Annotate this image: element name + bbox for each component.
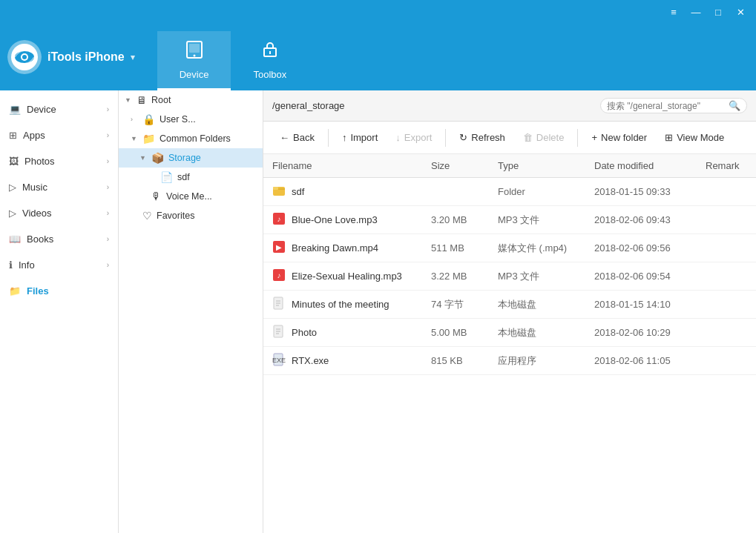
voice-icon: 🎙 (151, 191, 162, 202)
file-date: 2018-02-06 09:56 (585, 234, 697, 262)
maximize-button[interactable]: □ (709, 4, 728, 19)
photos-icon: 🖼 (9, 156, 19, 167)
device-tab-label: Device (180, 69, 209, 80)
users-arrow: › (131, 116, 138, 123)
view-mode-label: View Mode (677, 132, 724, 143)
sidebar-item-videos[interactable]: ▷ Videos › (0, 200, 118, 226)
sidebar-item-device[interactable]: 💻 Device › (0, 96, 118, 122)
sidebar-item-music[interactable]: ▷ Music › (0, 174, 118, 200)
delete-icon: 🗑 (523, 132, 533, 143)
tree-item-sdf[interactable]: 📄 sdf (119, 168, 263, 187)
common-folders-label: Common Folders (160, 133, 231, 144)
file-name-text: Elize-Sexual Healing.mp3 (292, 271, 402, 282)
search-input[interactable] (607, 101, 726, 111)
device-arrow: › (107, 105, 109, 113)
favorites-label: Favorites (157, 211, 194, 221)
app-title-arrow: ▾ (131, 53, 135, 62)
file-date: 2018-02-06 09:43 (585, 206, 697, 234)
file-remark (697, 262, 756, 291)
common-folders-icon: 📁 (142, 133, 155, 145)
close-button[interactable]: ✕ (731, 4, 750, 19)
root-label: Root (151, 95, 171, 105)
file-name-text: Photo (292, 327, 317, 338)
file-date: 2018-02-06 11:05 (585, 347, 697, 375)
sep1 (328, 129, 329, 147)
file-icon: ♪ (272, 268, 286, 284)
file-icon (272, 184, 286, 199)
file-name-text: Breaking Dawn.mp4 (292, 242, 378, 254)
svg-text:EXE: EXE (272, 357, 286, 364)
videos-icon: ▷ (9, 208, 16, 219)
table-row[interactable]: EXE RTX.exe 815 KB 应用程序 2018-02-06 11:05 (263, 347, 756, 375)
sidebar-item-books[interactable]: 📖 Books › (0, 226, 118, 252)
refresh-icon: ↻ (459, 132, 467, 143)
file-remark (697, 347, 756, 375)
app-title: iTools iPhone (47, 50, 125, 64)
file-name-text: RTX.exe (292, 355, 329, 366)
sdf-label: sdf (177, 172, 190, 182)
topnav: iTools iPhone ▾ Device Toolbox (0, 24, 756, 90)
titlebar: ≡ — □ ✕ (0, 0, 756, 24)
sidebar-item-apps[interactable]: ⊞ Apps › (0, 122, 118, 148)
sidebar: 💻 Device › ⊞ Apps › 🖼 Photos › ▷ Music ›… (0, 90, 119, 533)
table-row[interactable]: sdf Folder 2018-01-15 09:33 (263, 178, 756, 206)
menu-button[interactable]: ≡ (664, 4, 683, 19)
info-icon: ℹ (9, 259, 13, 271)
logo-icon (7, 40, 42, 74)
file-size: 815 KB (422, 347, 489, 375)
storage-label: Storage (168, 153, 201, 163)
pathbar: /general_storage 🔍 (263, 90, 756, 122)
tree-item-root[interactable]: ▼ 🖥 Root (119, 90, 263, 110)
table-row[interactable]: ▶ Breaking Dawn.mp4 511 MB 媒体文件 (.mp4) 2… (263, 234, 756, 262)
table-row[interactable]: Minutes of the meeting 74 字节 本地磁盘 2018-0… (263, 291, 756, 319)
tree-item-voice-me[interactable]: 🎙 Voice Me... (119, 187, 263, 206)
music-arrow: › (107, 183, 109, 191)
tree-item-users[interactable]: › 🔒 User S... (119, 110, 263, 129)
photos-arrow: › (107, 157, 109, 165)
tree-item-common-folders[interactable]: ▼ 📁 Common Folders (119, 129, 263, 148)
minimize-button[interactable]: — (686, 4, 706, 19)
sep3 (577, 129, 578, 147)
back-button[interactable]: ← Back (272, 128, 322, 147)
sidebar-item-info[interactable]: ℹ Info › (0, 252, 118, 278)
tab-device[interactable]: Device (157, 31, 231, 90)
svg-point-7 (193, 55, 195, 57)
export-icon: ↓ (395, 132, 401, 143)
file-type: 本地磁盘 (489, 319, 585, 347)
file-size: 5.00 MB (422, 319, 489, 347)
file-type: MP3 文件 (489, 262, 585, 291)
svg-rect-6 (189, 44, 200, 53)
view-mode-button[interactable]: ⊞ View Mode (657, 128, 732, 147)
root-icon: 🖥 (137, 94, 147, 106)
tree-item-favorites[interactable]: ♡ Favorites (119, 206, 263, 225)
tab-toolbox[interactable]: Toolbox (231, 31, 309, 90)
device-tab-icon (184, 39, 205, 64)
back-label: Back (293, 132, 315, 143)
file-date: 2018-01-15 14:10 (585, 291, 697, 319)
sdf-icon: 📄 (160, 171, 173, 183)
table-row[interactable]: ♪ Elize-Sexual Healing.mp3 3.22 MB MP3 文… (263, 262, 756, 291)
tree-item-storage[interactable]: ▼ 📦 Storage (119, 148, 263, 168)
svg-text:♪: ♪ (277, 215, 281, 223)
export-button[interactable]: ↓ Export (388, 128, 439, 147)
table-row[interactable]: ♪ Blue-One Love.mp3 3.20 MB MP3 文件 2018-… (263, 206, 756, 234)
refresh-button[interactable]: ↻ Refresh (452, 128, 513, 147)
file-name-text: sdf (292, 186, 304, 197)
sidebar-item-photos[interactable]: 🖼 Photos › (0, 148, 118, 174)
file-type: 本地磁盘 (489, 291, 585, 319)
music-icon: ▷ (9, 182, 16, 193)
sidebar-label-device: Device (27, 104, 56, 115)
sidebar-item-files[interactable]: 📁 Files (0, 278, 118, 304)
refresh-label: Refresh (471, 132, 505, 143)
delete-button[interactable]: 🗑 Delete (516, 128, 572, 147)
file-icon (272, 325, 286, 340)
import-button[interactable]: ↑ Import (335, 128, 385, 147)
file-remark (697, 291, 756, 319)
new-folder-button[interactable]: + New folder (584, 128, 654, 147)
users-icon: 🔒 (142, 113, 155, 125)
storage-icon: 📦 (151, 152, 164, 164)
sidebar-label-photos: Photos (24, 156, 54, 167)
table-row[interactable]: Photo 5.00 MB 本地磁盘 2018-02-06 10:29 (263, 319, 756, 347)
search-box[interactable]: 🔍 (600, 98, 747, 113)
files-icon: 📁 (9, 285, 21, 297)
